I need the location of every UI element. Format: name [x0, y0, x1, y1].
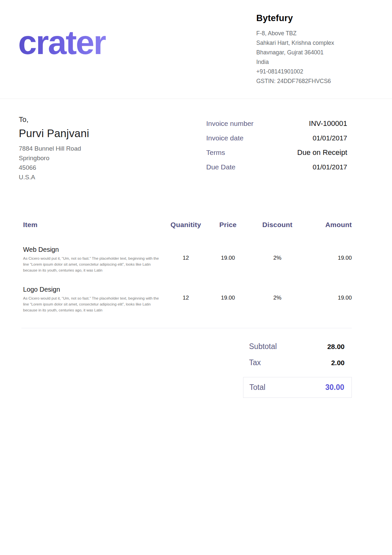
- invoice-page: crater Bytefury F-8, Above TBZ Sahkari H…: [0, 0, 392, 555]
- company-phone: +91-08141901002: [256, 67, 352, 76]
- customer-address-line: U.S.A: [19, 172, 89, 182]
- table-row: Web Design As Cicero would put it, “Um, …: [19, 246, 352, 273]
- item-name: Web Design: [23, 246, 165, 253]
- company-gstin: GSTIN: 24DDF7682FHVCS6: [256, 76, 352, 86]
- invoice-header: crater Bytefury F-8, Above TBZ Sahkari H…: [0, 0, 392, 99]
- subtotal-value: 28.00: [327, 343, 345, 351]
- total-label: Total: [249, 383, 266, 392]
- crater-logo: crater: [18, 26, 106, 59]
- total-box: Total 30.00: [243, 377, 352, 398]
- items-table-header: Item Quanitity Price Discount Amount: [19, 221, 352, 233]
- tax-value: 2.00: [331, 359, 345, 367]
- invoice-number-label: Invoice number: [206, 120, 254, 128]
- to-label: To,: [19, 115, 89, 124]
- tax-label: Tax: [249, 358, 261, 367]
- amount-column-header: Amount: [306, 221, 352, 229]
- total-value: 30.00: [325, 383, 344, 392]
- due-date-value: 01/01/2017: [313, 163, 352, 171]
- item-quantity: 12: [165, 286, 207, 301]
- invoice-number-row: Invoice number INV-100001: [206, 119, 352, 128]
- item-column-header: Item: [23, 221, 165, 229]
- discount-column-header: Discount: [249, 221, 306, 229]
- company-name: Bytefury: [256, 13, 352, 23]
- item-name: Logo Design: [23, 286, 165, 293]
- company-address-line: India: [256, 57, 352, 67]
- company-info-block: Bytefury F-8, Above TBZ Sahkari Hart, Kr…: [256, 13, 352, 86]
- terms-row: Terms Due on Receipt: [206, 148, 352, 157]
- table-footer-divider: [21, 328, 352, 328]
- item-discount: 2%: [249, 246, 306, 261]
- item-description: As Cicero would put it, “Um, not so fast…: [23, 256, 165, 273]
- item-cell: Logo Design As Cicero would put it, “Um,…: [23, 286, 165, 313]
- invoice-meta-block: Invoice number INV-100001 Invoice date 0…: [206, 115, 352, 182]
- table-row: Logo Design As Cicero would put it, “Um,…: [19, 286, 352, 313]
- invoice-date-row: Invoice date 01/01/2017: [206, 134, 352, 142]
- item-amount: 19.00: [306, 246, 352, 261]
- invoice-date-value: 01/01/2017: [313, 134, 352, 142]
- terms-value: Due on Receipt: [297, 148, 352, 157]
- customer-address-line: 45066: [19, 163, 89, 172]
- customer-name: Purvi Panjvani: [19, 127, 89, 140]
- item-discount: 2%: [249, 286, 306, 301]
- item-quantity: 12: [165, 246, 207, 261]
- customer-address-line: 7884 Bunnel Hill Road: [19, 144, 89, 153]
- due-date-label: Due Date: [206, 163, 236, 171]
- terms-label: Terms: [206, 149, 225, 157]
- subtotal-row: Subtotal 28.00: [243, 342, 352, 351]
- subtotal-label: Subtotal: [249, 342, 277, 351]
- item-description: As Cicero would put it, “Um, not so fast…: [23, 296, 165, 313]
- company-address: F-8, Above TBZ Sahkari Hart, Krishna com…: [256, 29, 352, 86]
- items-table: Item Quanitity Price Discount Amount Web…: [19, 221, 352, 313]
- bill-to-block: To, Purvi Panjvani 7884 Bunnel Hill Road…: [19, 115, 89, 182]
- company-address-line: F-8, Above TBZ: [256, 29, 352, 38]
- customer-address: 7884 Bunnel Hill Road Springboro 45066 U…: [19, 144, 89, 182]
- price-column-header: Price: [207, 221, 249, 229]
- company-address-line: Sahkari Hart, Krishna complex: [256, 38, 352, 48]
- totals-block: Subtotal 28.00 Tax 2.00 Total 30.00: [243, 342, 352, 398]
- invoice-date-label: Invoice date: [206, 134, 243, 142]
- due-date-row: Due Date 01/01/2017: [206, 163, 352, 171]
- invoice-number-value: INV-100001: [309, 119, 352, 128]
- company-address-line: Bhavnagar, Gujrat 364001: [256, 48, 352, 57]
- quantity-column-header: Quanitity: [165, 221, 207, 229]
- item-price: 19.00: [207, 286, 249, 301]
- item-cell: Web Design As Cicero would put it, “Um, …: [23, 246, 165, 273]
- item-price: 19.00: [207, 246, 249, 261]
- item-amount: 19.00: [306, 286, 352, 301]
- info-section: To, Purvi Panjvani 7884 Bunnel Hill Road…: [19, 115, 352, 182]
- tax-row: Tax 2.00: [243, 358, 352, 367]
- customer-address-line: Springboro: [19, 153, 89, 163]
